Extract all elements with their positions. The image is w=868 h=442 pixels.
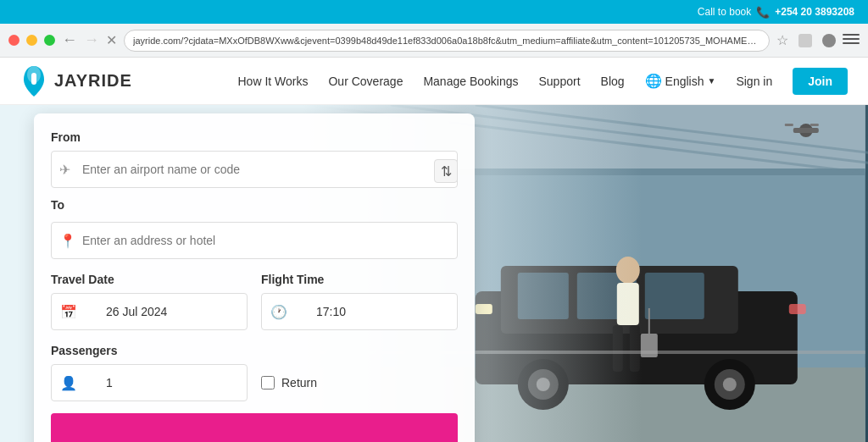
travel-date-value: 26 Jul 2024 [106, 305, 167, 318]
flight-time-value: 17:10 [316, 305, 346, 318]
globe-icon: 🌐 [645, 73, 662, 89]
blog-link[interactable]: Blog [601, 75, 625, 88]
extension-icon[interactable] [798, 34, 812, 47]
browser-minimize-button[interactable] [26, 35, 37, 46]
flight-time-label: Flight Time [261, 273, 458, 286]
travel-date-group: Travel Date 📅 26 Jul 2024 [51, 273, 248, 330]
language-selector[interactable]: 🌐 English ▼ [645, 73, 716, 89]
url-bar[interactable]: jayride.com/?cjdata=MXxOfDB8WXww&cjevent… [124, 30, 770, 52]
nav-links: How It Works Our Coverage Manage Booking… [238, 68, 849, 95]
call-to-book-label: Call to book [698, 6, 751, 18]
hero-section: From ✈ ⇅ To 📍 Travel Date � [0, 105, 868, 442]
phone-icon: 📞 [756, 6, 770, 19]
return-checkbox[interactable] [261, 376, 275, 390]
from-input[interactable] [51, 151, 458, 188]
passengers-section: Passengers 👤 1 Return [51, 344, 458, 401]
sign-in-button[interactable]: Sign in [736, 75, 772, 88]
browser-menu-button[interactable] [843, 34, 860, 47]
to-input-wrapper: 📍 [51, 222, 458, 259]
date-time-row: Travel Date 📅 26 Jul 2024 Flight Time 🕐 … [51, 273, 458, 330]
travel-date-input[interactable]: 📅 26 Jul 2024 [51, 293, 248, 330]
return-checkbox-group[interactable]: Return [261, 376, 458, 390]
manage-bookings-link[interactable]: Manage Bookings [423, 75, 518, 88]
profile-icon[interactable] [822, 34, 836, 47]
chevron-down-icon: ▼ [708, 76, 716, 86]
browser-chrome: ← → ✕ jayride.com/?cjdata=MXxOfDB8WXww&c… [0, 24, 868, 58]
location-icon: 📍 [59, 233, 76, 249]
url-text: jayride.com/?cjdata=MXxOfDB8WXww&cjevent… [133, 36, 760, 46]
to-input[interactable] [51, 222, 458, 259]
passengers-label: Passengers [51, 344, 458, 357]
forward-button[interactable]: → [84, 31, 99, 49]
search-button[interactable] [51, 413, 458, 442]
how-it-works-link[interactable]: How It Works [238, 75, 309, 88]
from-input-wrapper: ✈ [51, 151, 458, 188]
browser-maximize-button[interactable] [44, 35, 55, 46]
swap-button[interactable]: ⇅ [434, 159, 458, 183]
join-button[interactable]: Join [793, 68, 848, 95]
logo[interactable]: JAYRIDE [20, 64, 132, 98]
clock-icon: 🕐 [270, 304, 287, 320]
passengers-value: 1 [106, 376, 113, 390]
navbar: JAYRIDE How It Works Our Coverage Manage… [0, 58, 868, 105]
swap-area: ⇅ To [51, 198, 458, 215]
from-label: From [51, 130, 458, 144]
logo-icon [20, 64, 47, 98]
top-bar: Call to book 📞 +254 20 3893208 [0, 0, 868, 24]
passengers-input[interactable]: 👤 1 [51, 364, 248, 401]
booking-form: From ✈ ⇅ To 📍 Travel Date � [34, 113, 475, 442]
star-icon[interactable]: ☆ [776, 32, 788, 48]
flight-time-group: Flight Time 🕐 17:10 [261, 273, 458, 330]
passengers-row: 👤 1 Return [51, 364, 458, 401]
browser-close-button[interactable] [8, 35, 19, 46]
back-button[interactable]: ← [62, 31, 77, 49]
reload-button[interactable]: ✕ [106, 32, 117, 48]
plane-icon: ✈ [59, 162, 70, 178]
person-icon: 👤 [60, 375, 77, 391]
flight-time-input[interactable]: 🕐 17:10 [261, 293, 458, 330]
phone-number: +254 20 3893208 [775, 6, 854, 18]
from-section: From ✈ [51, 130, 458, 188]
to-section: 📍 [51, 222, 458, 259]
our-coverage-link[interactable]: Our Coverage [328, 75, 403, 88]
svg-rect-0 [31, 73, 36, 85]
return-label: Return [281, 376, 317, 390]
to-label: To [51, 198, 458, 212]
logo-text: JAYRIDE [54, 71, 132, 91]
support-link[interactable]: Support [539, 75, 581, 88]
calendar-icon: 📅 [60, 304, 77, 320]
language-label: English [665, 75, 704, 88]
travel-date-label: Travel Date [51, 273, 248, 286]
